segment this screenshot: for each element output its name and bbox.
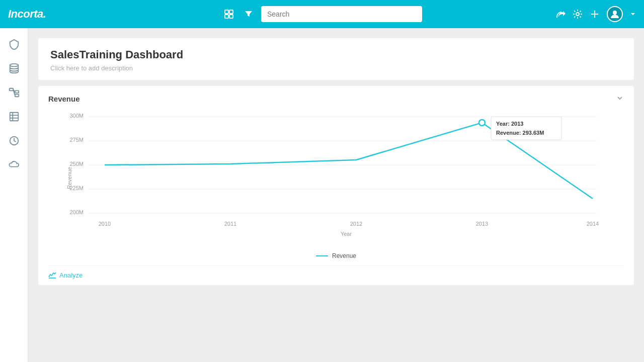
svg-text:250M: 250M (69, 161, 84, 167)
chart-title: Revenue (48, 95, 80, 103)
analyze-icon (48, 271, 56, 279)
analyze-label: Analyze (59, 272, 83, 279)
chart-collapse-button[interactable] (616, 94, 624, 104)
svg-rect-14 (10, 113, 18, 121)
topnav: Incorta. (0, 0, 644, 28)
chart-header: Revenue (48, 94, 624, 104)
svg-text:2011: 2011 (224, 221, 236, 227)
svg-rect-2 (225, 15, 228, 18)
svg-rect-1 (229, 10, 233, 14)
svg-text:Year: 2013: Year: 2013 (496, 121, 523, 127)
chart-footer-analyze[interactable]: Analyze (48, 265, 624, 279)
svg-text:Year: Year (341, 231, 352, 237)
svg-text:300M: 300M (69, 113, 84, 119)
svg-point-7 (613, 11, 617, 15)
nav-center (222, 6, 422, 22)
layout-toggle-button[interactable] (222, 7, 236, 21)
svg-text:200M: 200M (69, 209, 84, 215)
nav-right (555, 6, 636, 22)
svg-text:Revenue: 293.63M: Revenue: 293.63M (496, 130, 544, 136)
svg-rect-36 (491, 117, 561, 140)
dashboard-title: SalesTraining Dashboard (50, 48, 622, 61)
app-body: SalesTraining Dashboard Click here to ad… (0, 28, 644, 362)
sidebar-item-cloud[interactable] (4, 155, 24, 175)
sidebar-item-database[interactable] (4, 58, 24, 78)
svg-text:2010: 2010 (99, 221, 111, 227)
revenue-chart-svg: 300M 275M 250M 225M 200M Revenue (48, 108, 624, 248)
svg-rect-3 (229, 15, 233, 18)
main-content: SalesTraining Dashboard Click here to ad… (28, 28, 644, 362)
svg-text:Revenue: Revenue (66, 167, 72, 189)
svg-rect-10 (15, 90, 18, 93)
user-dropdown-button[interactable] (630, 11, 636, 17)
settings-button[interactable] (573, 9, 583, 19)
svg-rect-11 (15, 95, 18, 97)
svg-rect-0 (225, 10, 228, 14)
avatar[interactable] (607, 6, 623, 22)
filter-button[interactable] (242, 8, 255, 21)
search-input[interactable] (261, 6, 422, 22)
legend-label-revenue: Revenue (332, 252, 356, 259)
svg-text:2012: 2012 (350, 221, 362, 227)
logo: Incorta. (8, 8, 46, 21)
svg-point-8 (10, 64, 18, 66)
chart-card: Revenue 300M 275M 250M 225M 200M (38, 86, 634, 285)
legend-line-revenue (316, 255, 328, 256)
svg-text:275M: 275M (69, 137, 84, 143)
chart-tooltip: Year: 2013 Revenue: 293.63M (491, 117, 561, 140)
sidebar-item-table[interactable] (4, 107, 24, 127)
svg-text:2014: 2014 (587, 221, 599, 227)
sidebar-item-history[interactable] (4, 131, 24, 151)
sidebar-item-schema[interactable] (4, 82, 24, 103)
chart-legend: Revenue (48, 252, 624, 259)
dashboard-header: SalesTraining Dashboard Click here to ad… (38, 38, 634, 80)
svg-text:2013: 2013 (476, 221, 488, 227)
share-button[interactable] (555, 9, 566, 19)
sidebar (0, 28, 28, 362)
data-point-2013[interactable] (479, 120, 485, 126)
sidebar-item-security[interactable] (4, 34, 24, 54)
chart-area: 300M 275M 250M 225M 200M Revenue (48, 108, 624, 248)
svg-rect-9 (9, 88, 13, 91)
svg-point-4 (576, 13, 579, 16)
dashboard-description[interactable]: Click here to add description (50, 64, 622, 72)
add-button[interactable] (590, 9, 600, 19)
